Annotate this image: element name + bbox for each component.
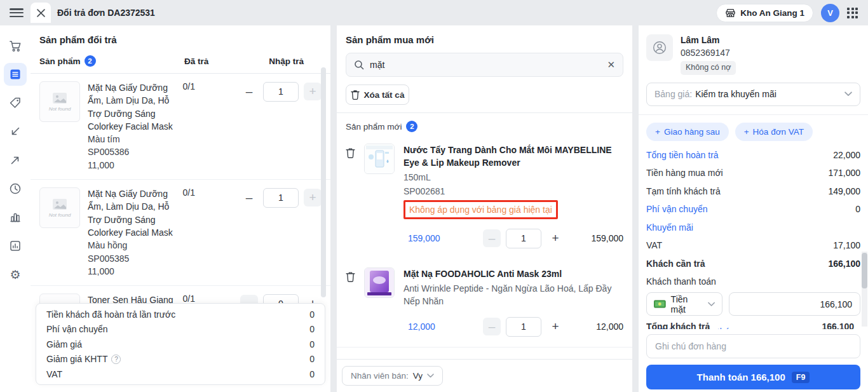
help-icon[interactable]: ? [111, 355, 121, 364]
avatar[interactable]: V [821, 4, 839, 22]
product-desc: Anti Wrinkle Peptide - Ngăn Ngừa Lão Hoá… [403, 282, 623, 308]
close-tab-button[interactable] [31, 3, 51, 23]
qty-plus-button[interactable]: + [546, 318, 564, 335]
return-list-scrollbar[interactable] [321, 67, 326, 297]
page-title: Đổi trả đơn DA2372531 [57, 8, 155, 18]
clear-all-button[interactable]: Xóa tất cả [346, 84, 409, 105]
remove-item-button[interactable] [346, 271, 355, 308]
cart-icon [9, 39, 22, 53]
purchase-panel-title: Sản phẩm mua mới [337, 25, 632, 51]
branch-selector[interactable]: Kho An Giang 1 [716, 4, 813, 22]
sidebar-item-history[interactable] [4, 177, 27, 200]
qty-input[interactable] [263, 188, 299, 208]
order-note-input[interactable] [646, 334, 860, 358]
col-enter-label: Nhập trả [269, 57, 322, 66]
sidebar-item-invoices[interactable] [4, 63, 27, 86]
promotion-link[interactable]: Khuyến mãi [646, 222, 693, 233]
summary-row: Phí vận chuyển 0 [46, 322, 315, 337]
sidebar-item-cart[interactable] [4, 34, 27, 57]
search-icon [354, 60, 364, 70]
chevron-down-icon [844, 91, 852, 97]
payment-amount-input[interactable] [729, 292, 860, 316]
return-columns-header: Sản phẩm 2 Đã trả Nhập trả [31, 51, 330, 74]
product-search: ✕ [346, 53, 623, 77]
return-summary-card: Tiền khách đã hoàn trả lần trước 0 Phí v… [36, 303, 325, 385]
total-row: Phí vận chuyển 0 [646, 200, 860, 219]
product-sku: SP005385 [88, 252, 180, 265]
qty-minus-button[interactable]: – [240, 83, 258, 100]
customer-name: Lâm Lâm [681, 34, 736, 47]
qty-plus-button[interactable]: + [546, 229, 564, 247]
summary-row: Tiền khách đã hoàn trả lần trước 0 [46, 307, 315, 322]
sidebar-item-goods-in[interactable] [4, 120, 27, 143]
sidebar-item-settings[interactable]: ⚙ [4, 263, 27, 286]
debt-status-badge: Không có nợ [681, 61, 736, 75]
customer-card: Lâm Lâm 0852369147 Không có nợ [646, 34, 860, 75]
search-input[interactable] [370, 60, 601, 70]
customer-phone: 0852369147 [681, 47, 736, 60]
vat-invoice-button[interactable]: +Hóa đơn VAT [735, 123, 813, 141]
gear-icon: ⚙ [10, 269, 20, 281]
pay-button[interactable]: Thanh toán 166,100 F9 [646, 365, 860, 389]
hotkey-badge: F9 [792, 372, 810, 383]
sidebar-item-charts[interactable] [4, 206, 27, 229]
invoice-icon [9, 68, 22, 81]
trash-icon [346, 271, 355, 282]
totals-list: Tổng tiền hoàn trả 22,000 Tiền hàng mua … [646, 146, 860, 273]
product-name: Mặt Nạ Giấy Dưỡng Ẩm, Làm Dịu Da, Hỗ Trợ… [88, 187, 180, 239]
sidebar-item-pricetag[interactable] [4, 91, 27, 114]
apps-grid-icon[interactable] [847, 8, 858, 18]
qty-plus-button[interactable]: + [304, 189, 322, 206]
qty-minus-button[interactable]: – [483, 318, 501, 335]
product-sku: SP005386 [88, 145, 180, 158]
shipping-fee-link[interactable]: Phí vận chuyển [646, 204, 708, 214]
qty-input[interactable] [263, 82, 299, 102]
unit-price-link[interactable]: 159,000 [408, 233, 483, 243]
col-product-label: Sản phẩm [39, 57, 81, 66]
product-price: 11,000 [88, 265, 180, 278]
deliver-later-button[interactable]: +Giao hàng sau [646, 123, 729, 141]
returned-count: 0/1 [183, 187, 240, 278]
return-row: Not found Mặt Nạ Giấy Dưỡng Ẩm, Làm Dịu … [31, 74, 330, 180]
product-name: Mặt Nạ Giấy Dưỡng Ẩm, Làm Dịu Da, Hỗ Trợ… [88, 81, 180, 133]
payment-method-dropdown[interactable]: Tiền mặt [646, 292, 722, 316]
clear-search-icon[interactable]: ✕ [607, 59, 615, 71]
unit-price-link[interactable]: 12,000 [408, 321, 483, 332]
qty-input[interactable] [506, 317, 541, 337]
refund-total-link[interactable]: Tổng tiền hoàn trả [646, 150, 719, 160]
total-row: Tổng tiền hoàn trả 22,000 [646, 146, 860, 165]
return-panel: Sản phẩm đổi trả Sản phẩm 2 Đã trả Nhập … [31, 25, 330, 392]
pos-return-screen: Đổi trả đơn DA2372531 Kho An Giang 1 V [0, 0, 868, 392]
total-row: Khuyến mãi [646, 219, 860, 237]
store-icon [725, 8, 736, 18]
payment-method-row: Tiền mặt [646, 292, 860, 316]
qty-minus-button[interactable]: – [240, 189, 258, 206]
checkout-scrollbar[interactable] [862, 253, 867, 288]
seller-dropdown[interactable]: Nhân viên bán: Vy [342, 366, 443, 386]
new-products-label: Sản phẩm mới 2 [337, 113, 632, 136]
chevron-down-icon [427, 374, 434, 378]
pricebook-dropdown[interactable]: Bảng giá: Kiểm tra khuyến mãi [646, 83, 860, 106]
menu-icon[interactable] [10, 8, 24, 17]
checkout-footer: Thanh toán 166,100 F9 [639, 329, 868, 392]
qty-minus-button[interactable]: – [483, 229, 501, 247]
purchase-row-pricing: 12,000 – + 12,000 [337, 311, 632, 348]
qty-plus-button[interactable]: + [304, 83, 322, 100]
total-row: Tạm tính khách trả 149,000 [646, 182, 860, 201]
return-count-badge: 2 [85, 55, 96, 67]
remove-item-button[interactable] [346, 147, 355, 219]
qty-input[interactable] [506, 229, 541, 248]
purchase-row-pricing: 159,000 – + 159,000 [337, 223, 632, 257]
product-image [364, 267, 395, 298]
purchase-panel: Sản phẩm mua mới ✕ Xóa tất cả Sản phẩm m… [337, 25, 632, 392]
summary-row: Giảm giá KHTT ? 0 [46, 352, 315, 367]
sidebar-item-reports[interactable] [4, 234, 27, 257]
sidebar-item-goods-out[interactable] [4, 149, 27, 172]
checkout-panel: Lâm Lâm 0852369147 Không có nợ Bảng giá:… [639, 25, 868, 392]
new-products-badge: 2 [406, 121, 417, 132]
close-icon [37, 9, 45, 17]
trash-icon [351, 90, 360, 100]
customer-avatar [646, 34, 673, 61]
sidebar: ⚙ [0, 25, 31, 392]
returned-count: 0/1 [183, 81, 240, 172]
